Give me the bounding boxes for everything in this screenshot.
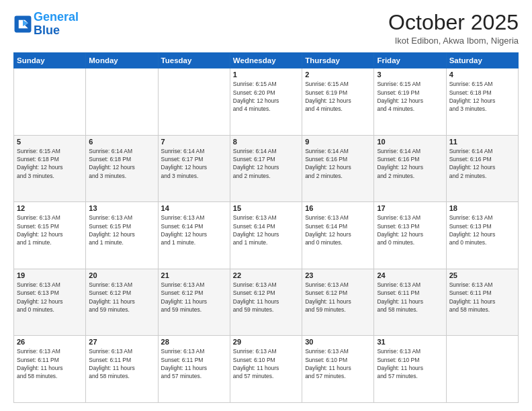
calendar-cell: 10Sunrise: 6:14 AM Sunset: 6:16 PM Dayli… [374,135,446,202]
calendar-cell: 15Sunrise: 6:13 AM Sunset: 6:14 PM Dayli… [230,202,302,269]
cell-info: Sunrise: 6:14 AM Sunset: 6:16 PM Dayligh… [449,147,515,180]
calendar-cell [86,68,158,136]
header: General Blue October 2025 Ikot Edibon, A… [13,11,519,46]
day-number: 11 [449,138,515,146]
day-number: 13 [89,204,154,212]
weekday-header-wednesday: Wednesday [230,53,302,68]
day-number: 1 [233,71,299,79]
day-number: 23 [305,271,371,279]
cell-info: Sunrise: 6:13 AM Sunset: 6:14 PM Dayligh… [233,214,299,246]
cell-info: Sunrise: 6:14 AM Sunset: 6:18 PM Dayligh… [89,147,154,180]
calendar-cell: 22Sunrise: 6:13 AM Sunset: 6:12 PM Dayli… [230,269,302,336]
day-number: 16 [305,204,371,212]
weekday-header-row: SundayMondayTuesdayWednesdayThursdayFrid… [14,53,519,68]
cell-info: Sunrise: 6:14 AM Sunset: 6:17 PM Dayligh… [161,147,227,180]
weekday-header-thursday: Thursday [302,53,374,68]
cell-info: Sunrise: 6:13 AM Sunset: 6:12 PM Dayligh… [233,281,299,314]
calendar-table: SundayMondayTuesdayWednesdayThursdayFrid… [13,52,519,403]
cell-info: Sunrise: 6:14 AM Sunset: 6:16 PM Dayligh… [377,147,443,180]
cell-info: Sunrise: 6:13 AM Sunset: 6:11 PM Dayligh… [449,281,515,314]
cell-info: Sunrise: 6:13 AM Sunset: 6:10 PM Dayligh… [233,347,299,380]
cell-info: Sunrise: 6:13 AM Sunset: 6:10 PM Dayligh… [305,347,371,380]
day-number: 7 [161,138,227,146]
cell-info: Sunrise: 6:13 AM Sunset: 6:14 PM Dayligh… [161,214,227,246]
calendar-cell: 23Sunrise: 6:13 AM Sunset: 6:12 PM Dayli… [302,269,374,336]
weekday-header-friday: Friday [374,53,446,68]
cell-info: Sunrise: 6:13 AM Sunset: 6:14 PM Dayligh… [305,214,371,246]
cell-info: Sunrise: 6:13 AM Sunset: 6:12 PM Dayligh… [161,281,227,314]
weekday-header-monday: Monday [86,53,158,68]
week-row-1: 5Sunrise: 6:15 AM Sunset: 6:18 PM Daylig… [14,135,519,202]
day-number: 27 [89,338,154,346]
day-number: 24 [377,271,443,279]
cell-info: Sunrise: 6:13 AM Sunset: 6:11 PM Dayligh… [89,347,154,380]
calendar-cell: 7Sunrise: 6:14 AM Sunset: 6:17 PM Daylig… [158,135,230,202]
day-number: 8 [233,138,299,146]
calendar-cell [446,336,518,403]
title-area: October 2025 Ikot Edibon, Akwa Ibom, Nig… [388,11,519,46]
weekday-header-saturday: Saturday [446,53,518,68]
cell-info: Sunrise: 6:13 AM Sunset: 6:11 PM Dayligh… [377,281,443,314]
logo-general: General [34,10,79,24]
day-number: 3 [377,71,443,79]
week-row-2: 12Sunrise: 6:13 AM Sunset: 6:15 PM Dayli… [14,202,519,269]
cell-info: Sunrise: 6:15 AM Sunset: 6:19 PM Dayligh… [377,80,443,113]
calendar-cell: 18Sunrise: 6:13 AM Sunset: 6:13 PM Dayli… [446,202,518,269]
calendar-cell: 3Sunrise: 6:15 AM Sunset: 6:19 PM Daylig… [374,68,446,136]
cell-info: Sunrise: 6:14 AM Sunset: 6:16 PM Dayligh… [305,147,371,180]
cell-info: Sunrise: 6:13 AM Sunset: 6:13 PM Dayligh… [377,214,443,246]
cell-info: Sunrise: 6:13 AM Sunset: 6:15 PM Dayligh… [89,214,154,246]
cell-info: Sunrise: 6:13 AM Sunset: 6:11 PM Dayligh… [161,347,227,380]
day-number: 30 [305,338,371,346]
calendar-cell: 25Sunrise: 6:13 AM Sunset: 6:11 PM Dayli… [446,269,518,336]
cell-info: Sunrise: 6:13 AM Sunset: 6:11 PM Dayligh… [17,347,83,380]
day-number: 20 [89,271,154,279]
calendar-cell: 16Sunrise: 6:13 AM Sunset: 6:14 PM Dayli… [302,202,374,269]
calendar-cell: 5Sunrise: 6:15 AM Sunset: 6:18 PM Daylig… [14,135,86,202]
day-number: 9 [305,138,371,146]
logo-blue: Blue [34,24,60,37]
page: General Blue October 2025 Ikot Edibon, A… [0,0,532,411]
day-number: 17 [377,204,443,212]
cell-info: Sunrise: 6:15 AM Sunset: 6:18 PM Dayligh… [17,147,83,180]
month-title: October 2025 [388,11,519,34]
calendar-cell: 1Sunrise: 6:15 AM Sunset: 6:20 PM Daylig… [230,68,302,136]
calendar-cell: 11Sunrise: 6:14 AM Sunset: 6:16 PM Dayli… [446,135,518,202]
day-number: 21 [161,271,227,279]
logo-icon [13,15,32,34]
day-number: 15 [233,204,299,212]
calendar-cell: 12Sunrise: 6:13 AM Sunset: 6:15 PM Dayli… [14,202,86,269]
cell-info: Sunrise: 6:14 AM Sunset: 6:17 PM Dayligh… [233,147,299,180]
day-number: 12 [17,204,83,212]
weekday-header-tuesday: Tuesday [158,53,230,68]
cell-info: Sunrise: 6:15 AM Sunset: 6:18 PM Dayligh… [449,80,515,113]
calendar-cell: 9Sunrise: 6:14 AM Sunset: 6:16 PM Daylig… [302,135,374,202]
cell-info: Sunrise: 6:13 AM Sunset: 6:10 PM Dayligh… [377,347,443,380]
week-row-0: 1Sunrise: 6:15 AM Sunset: 6:20 PM Daylig… [14,68,519,136]
calendar-cell [158,68,230,136]
calendar-cell: 8Sunrise: 6:14 AM Sunset: 6:17 PM Daylig… [230,135,302,202]
calendar-cell: 19Sunrise: 6:13 AM Sunset: 6:13 PM Dayli… [14,269,86,336]
day-number: 19 [17,271,83,279]
logo: General Blue [13,11,79,38]
calendar-cell: 20Sunrise: 6:13 AM Sunset: 6:12 PM Dayli… [86,269,158,336]
day-number: 4 [449,71,515,79]
day-number: 14 [161,204,227,212]
week-row-4: 26Sunrise: 6:13 AM Sunset: 6:11 PM Dayli… [14,336,519,403]
calendar-cell: 14Sunrise: 6:13 AM Sunset: 6:14 PM Dayli… [158,202,230,269]
weekday-header-sunday: Sunday [14,53,86,68]
logo-text: General Blue [34,11,79,38]
calendar-cell: 2Sunrise: 6:15 AM Sunset: 6:19 PM Daylig… [302,68,374,136]
cell-info: Sunrise: 6:15 AM Sunset: 6:19 PM Dayligh… [305,80,371,113]
calendar-cell: 26Sunrise: 6:13 AM Sunset: 6:11 PM Dayli… [14,336,86,403]
calendar-cell [14,68,86,136]
day-number: 10 [377,138,443,146]
calendar-cell: 27Sunrise: 6:13 AM Sunset: 6:11 PM Dayli… [86,336,158,403]
calendar-cell: 24Sunrise: 6:13 AM Sunset: 6:11 PM Dayli… [374,269,446,336]
calendar-cell: 29Sunrise: 6:13 AM Sunset: 6:10 PM Dayli… [230,336,302,403]
day-number: 25 [449,271,515,279]
location: Ikot Edibon, Akwa Ibom, Nigeria [388,36,519,46]
calendar-cell: 6Sunrise: 6:14 AM Sunset: 6:18 PM Daylig… [86,135,158,202]
day-number: 26 [17,338,83,346]
calendar-cell: 4Sunrise: 6:15 AM Sunset: 6:18 PM Daylig… [446,68,518,136]
